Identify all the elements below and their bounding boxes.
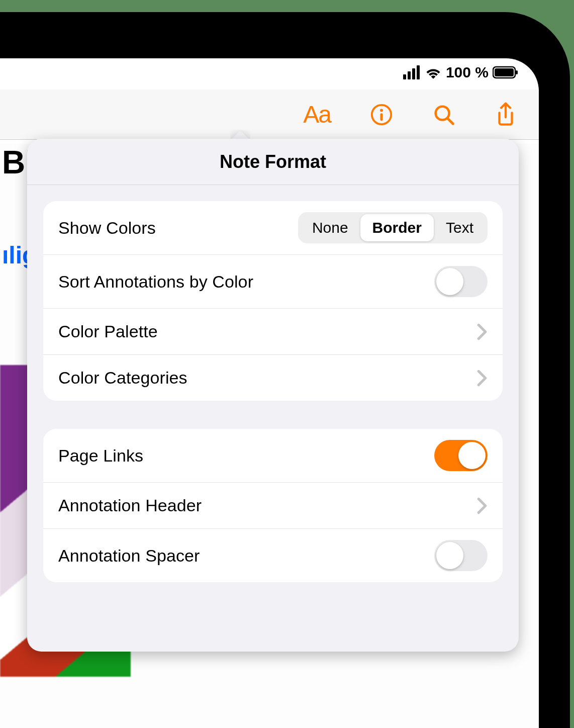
segment-none[interactable]: None (300, 214, 360, 241)
sort-by-color-toggle[interactable] (434, 266, 488, 297)
chevron-right-icon (476, 323, 488, 340)
info-button[interactable] (370, 103, 393, 126)
wifi-icon (425, 66, 442, 79)
screen: 100 % Aa Bi ılig (0, 58, 539, 728)
row-page-links[interactable]: Page Links (43, 429, 503, 482)
popover-caret (230, 130, 250, 140)
popover-header: Note Format (27, 139, 519, 185)
share-button[interactable] (495, 102, 517, 127)
show-colors-segmented[interactable]: None Border Text (298, 212, 488, 243)
row-label: Sort Annotations by Color (58, 272, 253, 292)
row-show-colors: Show Colors None Border Text (43, 201, 503, 254)
signal-icon (403, 65, 420, 79)
page-links-toggle[interactable] (434, 440, 488, 471)
search-icon (432, 103, 455, 126)
status-bar: 100 % (0, 58, 539, 86)
share-icon (495, 102, 517, 127)
svg-rect-5 (380, 113, 383, 121)
row-color-categories[interactable]: Color Categories (43, 354, 503, 401)
device-frame: 100 % Aa Bi ılig (0, 0, 574, 728)
note-format-popover: Note Format Show Colors None Border Text (27, 139, 519, 728)
settings-group-annotations: Page Links Annotation Header Annotation … (43, 429, 503, 582)
format-button[interactable]: Aa (303, 101, 331, 128)
row-annotation-spacer[interactable]: Annotation Spacer (43, 528, 503, 582)
svg-line-7 (448, 118, 453, 124)
segment-border[interactable]: Border (360, 214, 434, 241)
row-label: Page Links (58, 446, 143, 466)
annotation-spacer-toggle[interactable] (434, 540, 488, 571)
row-label: Annotation Spacer (58, 546, 200, 566)
svg-rect-2 (516, 70, 518, 74)
row-label: Color Categories (58, 368, 187, 388)
svg-rect-1 (495, 68, 514, 76)
info-icon (370, 103, 393, 126)
segment-text[interactable]: Text (434, 214, 486, 241)
search-button[interactable] (432, 103, 455, 126)
popover-title: Note Format (220, 151, 326, 172)
row-label: Annotation Header (58, 496, 202, 515)
row-label: Color Palette (58, 322, 158, 341)
battery-percent: 100 % (446, 64, 489, 81)
row-annotation-header[interactable]: Annotation Header (43, 482, 503, 528)
svg-point-4 (380, 109, 383, 112)
row-sort-by-color[interactable]: Sort Annotations by Color (43, 254, 503, 308)
row-color-palette[interactable]: Color Palette (43, 308, 503, 354)
chevron-right-icon (476, 497, 488, 514)
battery-icon (493, 66, 519, 79)
device-bezel: 100 % Aa Bi ılig (0, 12, 570, 728)
settings-group-colors: Show Colors None Border Text Sort Annota… (43, 201, 503, 401)
row-label: Show Colors (58, 218, 156, 238)
top-toolbar: Aa (0, 89, 539, 140)
chevron-right-icon (476, 370, 488, 387)
